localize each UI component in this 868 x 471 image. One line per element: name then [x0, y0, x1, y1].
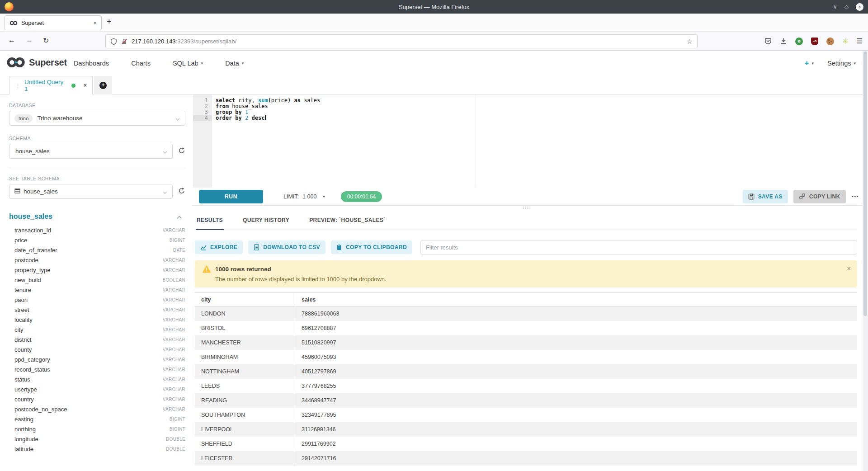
save-as-button[interactable]: SAVE AS	[743, 190, 788, 203]
schema-column-row[interactable]: property_typeVARCHAR	[9, 265, 185, 275]
browser-tab-superset[interactable]: Superset ×	[5, 15, 102, 30]
schema-column-row[interactable]: usertypeVARCHAR	[9, 384, 185, 394]
ublock-shield-icon[interactable]: uO	[811, 38, 818, 45]
tab-query-history[interactable]: QUERY HISTORY	[242, 212, 290, 230]
browser-tabbar: Superset × +	[0, 14, 868, 32]
chevron-down-icon	[175, 114, 180, 122]
query-status-dot	[71, 84, 75, 88]
schema-column-row[interactable]: transaction_idVARCHAR	[9, 225, 185, 235]
plus-circle-icon: +	[99, 82, 107, 89]
window-close-icon[interactable]: ×	[856, 3, 863, 11]
schema-column-row[interactable]: streetVARCHAR	[9, 305, 185, 315]
pocket-icon[interactable]	[764, 38, 772, 45]
drag-grip-icon[interactable]: ⋮	[15, 82, 21, 89]
cookie-icon[interactable]	[826, 38, 834, 45]
schema-column-row[interactable]: statusVARCHAR	[9, 374, 185, 384]
table-select[interactable]: house_sales	[9, 184, 173, 199]
insecure-lock-icon[interactable]	[121, 38, 128, 45]
run-button[interactable]: RUN	[199, 190, 263, 203]
schema-column-row[interactable]: postcode_no_spaceVARCHAR	[9, 404, 185, 414]
schema-column-row[interactable]: countyVARCHAR	[9, 344, 185, 354]
sql-code[interactable]: select city, sum(price) as salesfrom hou…	[216, 98, 868, 121]
new-query-tab-button[interactable]: +	[94, 76, 112, 94]
limit-dropdown[interactable]: LIMIT: 1 000 ▾	[283, 193, 325, 200]
url-bar[interactable]: 217.160.120.143:32393/superset/sqllab/ ☆	[105, 34, 698, 48]
download-icon[interactable]	[780, 38, 787, 45]
page-scrollbar[interactable]	[863, 51, 868, 471]
copy-clipboard-button[interactable]: COPY TO CLIPBOARD	[331, 240, 412, 254]
extension-colorburst-icon[interactable]: ✳	[842, 37, 848, 46]
column-type: VARCHAR	[163, 327, 185, 332]
forward-icon: →	[26, 36, 33, 44]
schema-column-row[interactable]: countryVARCHAR	[9, 394, 185, 404]
schema-column-row[interactable]: eastingBIGINT	[9, 414, 185, 424]
schema-column-row[interactable]: tenureVARCHAR	[9, 285, 185, 295]
schema-column-row[interactable]: priceBIGINT	[9, 235, 185, 245]
database-select[interactable]: trino Trino warehouse	[9, 111, 185, 126]
tab-results[interactable]: RESULTS	[196, 212, 224, 230]
sql-editor[interactable]: 1234 select city, sum(price) as salesfro…	[192, 94, 868, 188]
window-maximize-icon[interactable]: ◇	[844, 4, 849, 9]
download-csv-button[interactable]: DOWNLOAD TO CSV	[248, 240, 326, 254]
column-header-city[interactable]: city	[195, 293, 295, 306]
tab-preview-house-sales[interactable]: PREVIEW: `HOUSE_SALES`	[308, 212, 387, 230]
tab-close-icon[interactable]: ×	[93, 19, 97, 26]
table-icon	[14, 188, 20, 196]
see-table-schema-label: SEE TABLE SCHEMA	[9, 176, 185, 181]
nav-sql-lab[interactable]: SQL Lab▾	[173, 60, 203, 67]
schema-column-row[interactable]: ppd_categoryVARCHAR	[9, 354, 185, 364]
cell-city: LEEDS	[195, 379, 295, 393]
resize-grip-icon[interactable]	[522, 206, 530, 210]
new-tab-button[interactable]: +	[107, 17, 112, 27]
schema-column-row[interactable]: northingBIGINT	[9, 424, 185, 434]
tracking-shield-icon[interactable]	[110, 38, 117, 45]
schema-select[interactable]: house_sales	[9, 144, 173, 159]
window-shade-icon[interactable]: ∨	[833, 4, 837, 9]
schema-column-row[interactable]: cityVARCHAR	[9, 325, 185, 334]
bookmark-star-icon[interactable]: ☆	[687, 38, 693, 46]
settings-menu[interactable]: Settings▾	[827, 60, 856, 67]
schema-column-row[interactable]: latitudeDOUBLE	[9, 444, 185, 454]
nav-data[interactable]: Data▾	[225, 60, 244, 67]
back-icon[interactable]: ←	[8, 36, 15, 44]
query-tab[interactable]: ⋮ Untitled Query 1 ×	[9, 76, 93, 94]
column-name: ppd_category	[14, 356, 50, 363]
line-number: 2	[193, 104, 212, 109]
collapse-chevron-icon[interactable]	[177, 212, 182, 221]
refresh-table-icon[interactable]	[178, 187, 185, 196]
schema-column-row[interactable]: postcodeVARCHAR	[9, 255, 185, 265]
editor-pane: 1234 select city, sum(price) as salesfro…	[192, 94, 868, 471]
refresh-schema-icon[interactable]	[178, 147, 185, 156]
schema-column-row[interactable]: date_of_transferDATE	[9, 245, 185, 255]
chevron-down-icon: ▾	[242, 61, 244, 66]
reload-icon[interactable]: ↻	[43, 36, 49, 45]
explore-button[interactable]: EXPLORE	[195, 240, 243, 254]
new-item-button[interactable]: +▾	[805, 59, 814, 68]
table-schema-title[interactable]: house_sales	[9, 212, 52, 221]
schema-column-row[interactable]: record_statusVARCHAR	[9, 364, 185, 374]
nav-charts[interactable]: Charts	[131, 60, 151, 67]
cell-city: BRISTOL	[195, 321, 295, 335]
superset-brand[interactable]: Superset	[6, 56, 67, 69]
extension-green-icon[interactable]: ✿	[795, 38, 803, 45]
copy-link-button[interactable]: COPY LINK	[793, 190, 846, 203]
firefox-icon	[5, 2, 14, 11]
schema-column-row[interactable]: localityVARCHAR	[9, 315, 185, 325]
schema-column-row[interactable]: longitudeDOUBLE	[9, 434, 185, 444]
scrollbar-thumb[interactable]	[863, 52, 867, 316]
column-name: longitude	[14, 436, 38, 443]
schema-column-row[interactable]: districtVARCHAR	[9, 334, 185, 344]
column-header-sales[interactable]: sales	[295, 297, 857, 303]
result-row: LEEDS37779768255	[195, 379, 857, 393]
more-actions-button[interactable]: •••	[852, 194, 859, 199]
menu-icon[interactable]: ☰	[857, 37, 863, 45]
url-text[interactable]: 217.160.120.143:32393/superset/sqllab/	[132, 38, 687, 45]
schema-column-row[interactable]: paonVARCHAR	[9, 295, 185, 305]
schema-column-row[interactable]: new_buildBOOLEAN	[9, 275, 185, 285]
column-type: VARCHAR	[163, 258, 185, 263]
nav-dashboards[interactable]: Dashboards	[74, 60, 109, 67]
column-type: VARCHAR	[163, 337, 185, 342]
query-tab-close-icon[interactable]: ×	[84, 82, 87, 89]
alert-close-icon[interactable]: ×	[847, 264, 851, 272]
filter-results-input[interactable]	[420, 240, 857, 254]
